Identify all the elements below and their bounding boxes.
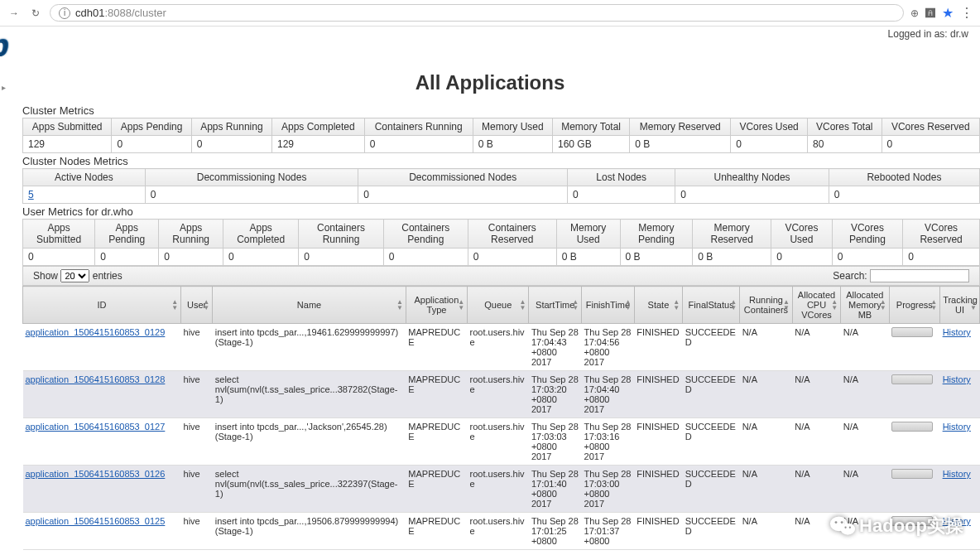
- app-finish: Thu Sep 28 17:03:00 +0800 2017: [582, 466, 635, 513]
- app-type: MAPREDUCE: [406, 324, 467, 371]
- metrics-header[interactable]: Memory Used: [556, 220, 620, 249]
- metrics-header[interactable]: Rebooted Nodes: [829, 169, 979, 186]
- metrics-header[interactable]: Decommissioned Nodes: [358, 169, 568, 186]
- sort-icon: ▲▼: [880, 299, 886, 311]
- metrics-header[interactable]: Apps Running: [191, 118, 271, 136]
- apps-column-header[interactable]: User▲▼: [181, 287, 213, 324]
- app-progress: [889, 513, 940, 550]
- app-user: hive: [181, 418, 213, 466]
- metrics-header[interactable]: VCores Total: [807, 118, 882, 136]
- metrics-header[interactable]: VCores Pending: [832, 220, 902, 249]
- browser-toolbar: → ↻ i cdh01:8088/cluster ⊕ 🅰 ★ ⋮: [0, 0, 980, 27]
- zoom-icon[interactable]: ⊕: [910, 7, 919, 19]
- metrics-value: 0: [191, 136, 271, 153]
- app-mem: N/A: [841, 466, 889, 513]
- app-finish: Thu Sep 28 17:04:40 +0800 2017: [582, 371, 635, 418]
- reload-button[interactable]: ↻: [28, 6, 43, 21]
- sort-icon: ▲▼: [458, 299, 464, 311]
- app-link[interactable]: application_1506415160853_0128: [26, 374, 166, 384]
- metrics-value: 0: [832, 249, 902, 266]
- sort-icon: ▲▼: [572, 299, 579, 311]
- apps-column-header[interactable]: FinishTime▲▼: [582, 287, 635, 324]
- app-start: Thu Sep 28 17:03:20 +0800 2017: [529, 371, 582, 418]
- address-bar[interactable]: i cdh01:8088/cluster: [50, 4, 904, 22]
- metrics-header[interactable]: Lost Nodes: [568, 169, 675, 186]
- metrics-header[interactable]: Memory Total: [553, 118, 630, 136]
- url-rest: :8088/cluster: [104, 7, 166, 19]
- metrics-value: 0: [112, 136, 191, 153]
- metrics-header[interactable]: VCores Reserved: [882, 118, 979, 136]
- app-link[interactable]: application_1506415160853_0126: [26, 469, 166, 479]
- metrics-header[interactable]: Containers Running: [299, 220, 384, 249]
- bookmark-icon[interactable]: ★: [942, 5, 954, 21]
- apps-column-header[interactable]: State▲▼: [634, 287, 682, 324]
- metrics-header[interactable]: VCores Reserved: [903, 220, 980, 249]
- table-row: application_1506415160853_0126hiveselect…: [23, 466, 980, 513]
- metrics-header[interactable]: Active Nodes: [23, 169, 146, 186]
- history-link[interactable]: History: [943, 516, 971, 526]
- apps-column-header[interactable]: Running Containers▲▼: [740, 287, 793, 324]
- hadoop-logo: op op: [0, 28, 8, 63]
- forward-button[interactable]: →: [7, 6, 22, 21]
- sidebar-expand-icon[interactable]: ▸: [2, 83, 6, 92]
- app-queue: root.users.hive: [468, 418, 529, 466]
- show-suffix: entries: [93, 270, 122, 282]
- sort-icon: ▲▼: [673, 299, 680, 311]
- app-user: hive: [181, 324, 213, 371]
- metrics-header[interactable]: Apps Submitted: [23, 220, 95, 249]
- app-state: FINISHED: [634, 324, 682, 371]
- app-link[interactable]: application_1506415160853_0129: [26, 327, 166, 337]
- app-type: MAPREDUCE: [406, 418, 467, 466]
- entries-select[interactable]: 20: [60, 269, 89, 282]
- sort-icon: ▲▼: [625, 299, 632, 311]
- metrics-header[interactable]: VCores Used: [771, 220, 833, 249]
- apps-column-header[interactable]: Progress▲▼: [889, 287, 940, 324]
- app-name: insert into tpcds_par...,19506.879999999…: [213, 513, 406, 550]
- metrics-header[interactable]: Memory Reserved: [693, 220, 771, 249]
- history-link[interactable]: History: [943, 327, 971, 337]
- metrics-header[interactable]: Containers Running: [364, 118, 473, 136]
- metrics-header[interactable]: Decommissioning Nodes: [145, 169, 358, 186]
- history-link[interactable]: History: [943, 469, 971, 479]
- metrics-value: 0: [383, 249, 468, 266]
- metrics-header[interactable]: Containers Reserved: [468, 220, 556, 249]
- apps-column-header[interactable]: FinalStatus▲▼: [683, 287, 740, 324]
- apps-column-header[interactable]: Name▲▼: [213, 287, 406, 324]
- history-link[interactable]: History: [943, 422, 971, 432]
- metrics-header[interactable]: Apps Completed: [223, 220, 299, 249]
- apps-column-header[interactable]: Application Type▲▼: [406, 287, 467, 324]
- metrics-header[interactable]: Memory Pending: [620, 220, 693, 249]
- metrics-value: 0: [358, 186, 568, 204]
- apps-column-header[interactable]: Allocated CPU VCores▲▼: [792, 287, 840, 324]
- menu-icon[interactable]: ⋮: [960, 5, 973, 21]
- apps-column-header[interactable]: Allocated Memory MB▲▼: [841, 287, 889, 324]
- site-info-icon[interactable]: i: [59, 7, 70, 19]
- metrics-link[interactable]: 5: [28, 189, 34, 200]
- sort-icon: ▲▼: [730, 299, 737, 311]
- table-controls: Show 20 entries Search:: [22, 266, 980, 286]
- metrics-header[interactable]: Apps Running: [159, 220, 223, 249]
- apps-column-header[interactable]: StartTime▲▼: [529, 287, 582, 324]
- metrics-header[interactable]: Memory Reserved: [630, 118, 731, 136]
- apps-column-header[interactable]: Queue▲▼: [468, 287, 529, 324]
- history-link[interactable]: History: [943, 374, 971, 384]
- metrics-header[interactable]: VCores Used: [731, 118, 808, 136]
- metrics-header[interactable]: Unhealthy Nodes: [675, 169, 829, 186]
- app-user: hive: [181, 371, 213, 418]
- metrics-header[interactable]: Containers Pending: [383, 220, 468, 249]
- apps-column-header[interactable]: Tracking UI▲▼: [940, 287, 980, 324]
- metrics-header[interactable]: Memory Used: [473, 118, 552, 136]
- metrics-header[interactable]: Apps Pending: [95, 220, 159, 249]
- app-tracking: History: [940, 513, 980, 550]
- app-tracking: History: [940, 418, 980, 466]
- search-input[interactable]: [870, 269, 969, 282]
- app-link[interactable]: application_1506415160853_0125: [26, 516, 166, 526]
- apps-column-header[interactable]: ID▲▼: [23, 287, 181, 324]
- metrics-header[interactable]: Apps Pending: [112, 118, 191, 136]
- metrics-header[interactable]: Apps Completed: [271, 118, 364, 136]
- app-link[interactable]: application_1506415160853_0127: [26, 422, 166, 432]
- metrics-header[interactable]: Apps Submitted: [23, 118, 112, 136]
- search-label: Search:: [833, 270, 867, 282]
- translate-icon[interactable]: 🅰: [925, 7, 935, 19]
- metrics-value: 0 B: [630, 136, 731, 153]
